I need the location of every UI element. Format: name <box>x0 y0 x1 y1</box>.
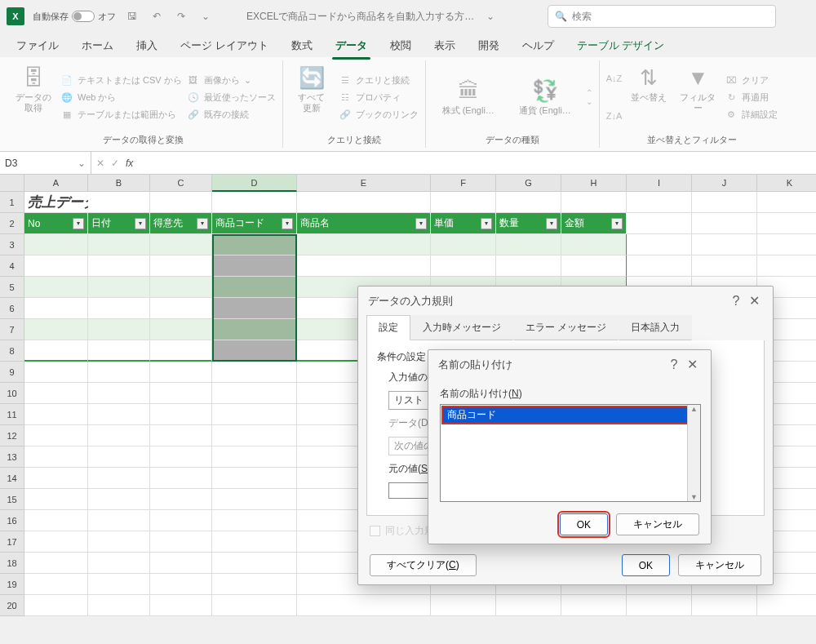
col-header-H[interactable]: H <box>561 175 627 192</box>
cell-r6-cB[interactable] <box>88 298 150 319</box>
filter-dropdown-icon[interactable]: ▾ <box>415 218 427 229</box>
cell-r14-cD[interactable] <box>212 468 297 489</box>
search-box[interactable]: 🔍 検索 <box>548 5 776 28</box>
cell-r16-cC[interactable] <box>150 510 212 531</box>
row-header-6[interactable]: 6 <box>0 298 24 319</box>
row-header-13[interactable]: 13 <box>0 446 24 468</box>
qat-more-icon[interactable]: ⌄ <box>197 8 214 24</box>
cell-r16-cD[interactable] <box>212 510 297 531</box>
cell-r9-cC[interactable] <box>150 362 212 383</box>
cell-r4-cD[interactable] <box>212 255 297 277</box>
cell-r2-cK[interactable] <box>757 213 816 234</box>
save-icon[interactable]: 🖫 <box>124 8 140 24</box>
row-header-18[interactable]: 18 <box>0 553 24 574</box>
cell-r11-cD[interactable] <box>212 404 297 425</box>
col-header-I[interactable]: I <box>627 175 692 192</box>
cell-r20-cJ[interactable] <box>692 595 757 616</box>
cell-r1-cH[interactable] <box>561 192 627 213</box>
cell-r15-cD[interactable] <box>212 489 297 510</box>
cell-r16-cB[interactable] <box>88 510 150 531</box>
cell-r1-cG[interactable] <box>496 192 561 213</box>
cell-r10-cD[interactable] <box>212 383 297 404</box>
fx-icon[interactable]: fx <box>126 158 133 169</box>
existing-connections[interactable]: 🔗既存の接続 <box>187 109 276 121</box>
cell-r11-cB[interactable] <box>88 404 150 425</box>
cell-r18-cC[interactable] <box>150 553 212 574</box>
cell-r19-cD[interactable] <box>212 574 297 595</box>
cell-r5-cB[interactable] <box>88 277 150 298</box>
cell-r10-cA[interactable] <box>24 383 88 404</box>
cell-r4-cK[interactable] <box>757 255 816 277</box>
col-header-C[interactable]: C <box>150 175 212 192</box>
cell-r4-cH[interactable] <box>561 255 627 277</box>
cell-r2-cC[interactable]: 得意先▾ <box>150 213 212 234</box>
cell-r8-cC[interactable] <box>150 340 212 362</box>
cell-r12-cD[interactable] <box>212 425 297 446</box>
cell-r7-cC[interactable] <box>150 319 212 340</box>
row-header-16[interactable]: 16 <box>0 510 24 531</box>
formula-input[interactable] <box>138 152 816 174</box>
row-header-11[interactable]: 11 <box>0 404 24 425</box>
cell-r20-cH[interactable] <box>561 595 627 616</box>
cell-r13-cD[interactable] <box>212 446 297 468</box>
cell-r3-cK[interactable] <box>757 234 816 255</box>
from-table-range[interactable]: ▦テーブルまたは範囲から <box>60 109 182 121</box>
filter-button[interactable]: ▼ フィルター <box>676 62 720 132</box>
cell-r3-cG[interactable] <box>496 234 561 255</box>
col-header-E[interactable]: E <box>297 175 431 192</box>
queries-connections[interactable]: ☰クエリと接続 <box>339 74 419 87</box>
cell-r1-cI[interactable] <box>627 192 692 213</box>
close-icon[interactable]: ✕ <box>684 358 701 371</box>
cell-r1-cD[interactable] <box>212 192 297 213</box>
cell-r3-cH[interactable] <box>561 234 627 255</box>
cell-r20-cK[interactable] <box>757 595 816 616</box>
row-header-10[interactable]: 10 <box>0 383 24 404</box>
cell-r12-cA[interactable] <box>24 425 88 446</box>
tab-review[interactable]: 校閲 <box>380 34 421 57</box>
cell-r9-cB[interactable] <box>88 362 150 383</box>
cell-r8-cB[interactable] <box>88 340 150 362</box>
cell-r20-cF[interactable] <box>431 595 496 616</box>
row-header-17[interactable]: 17 <box>0 531 24 553</box>
row-header-14[interactable]: 14 <box>0 468 24 489</box>
cell-r15-cB[interactable] <box>88 489 150 510</box>
cell-r9-cD[interactable] <box>212 362 297 383</box>
cell-r14-cC[interactable] <box>150 468 212 489</box>
cell-r20-cD[interactable] <box>212 595 297 616</box>
cell-r20-cB[interactable] <box>88 595 150 616</box>
cell-r18-cD[interactable] <box>212 553 297 574</box>
tab-ime-mode[interactable]: 日本語入力 <box>619 315 692 340</box>
cell-r19-cC[interactable] <box>150 574 212 595</box>
tab-view[interactable]: 表示 <box>424 34 465 57</box>
tab-data[interactable]: データ <box>326 34 377 57</box>
cell-r13-cC[interactable] <box>150 446 212 468</box>
cell-r1-cJ[interactable] <box>692 192 757 213</box>
cell-r12-cC[interactable] <box>150 425 212 446</box>
cell-r2-cI[interactable] <box>627 213 692 234</box>
row-header-15[interactable]: 15 <box>0 489 24 510</box>
cell-r6-cC[interactable] <box>150 298 212 319</box>
cell-r3-cF[interactable] <box>431 234 496 255</box>
cell-r7-cA[interactable] <box>24 319 88 340</box>
tab-file[interactable]: ファイル <box>7 34 69 57</box>
filter-dropdown-icon[interactable]: ▾ <box>282 218 293 229</box>
paste-name-cancel-button[interactable]: キャンセル <box>616 513 699 535</box>
cell-r17-cC[interactable] <box>150 531 212 553</box>
cell-r6-cD[interactable] <box>212 298 297 319</box>
autosave-toggle[interactable]: 自動保存 オフ <box>33 11 116 23</box>
cell-r4-cC[interactable] <box>150 255 212 277</box>
cell-r3-cC[interactable] <box>150 234 212 255</box>
cell-r2-cJ[interactable] <box>692 213 757 234</box>
cell-r11-cC[interactable] <box>150 404 212 425</box>
cell-r17-cA[interactable] <box>24 531 88 553</box>
cell-r11-cA[interactable] <box>24 404 88 425</box>
select-all-corner[interactable] <box>0 175 24 192</box>
cell-r12-cB[interactable] <box>88 425 150 446</box>
cell-r17-cB[interactable] <box>88 531 150 553</box>
cell-r1-cK[interactable] <box>757 192 816 213</box>
row-header-20[interactable]: 20 <box>0 595 24 616</box>
tab-settings[interactable]: 設定 <box>366 315 410 340</box>
cell-r1-cC[interactable] <box>150 192 212 213</box>
cell-r4-cF[interactable] <box>431 255 496 277</box>
cell-r2-cB[interactable]: 日付▾ <box>88 213 150 234</box>
